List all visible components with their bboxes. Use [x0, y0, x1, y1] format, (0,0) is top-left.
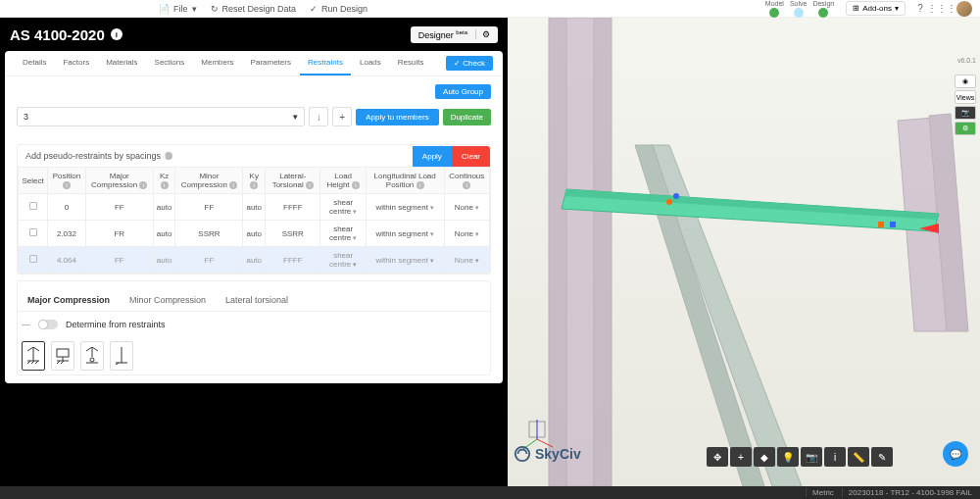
restraints-table: Select Position i Major Compression i Kz… [18, 167, 490, 274]
restraint-type-3[interactable] [80, 341, 104, 371]
table-row[interactable]: 0FFautoFFautoFFFF shear centre▾within se… [19, 194, 490, 221]
tool-add[interactable]: + [730, 447, 752, 467]
tab-details[interactable]: Details [15, 51, 54, 75]
status-metric[interactable]: Metric [806, 488, 834, 497]
version-label: v6.0.1 [957, 57, 976, 64]
skyciv-icon [514, 445, 531, 463]
col-cont: Continous i [444, 168, 489, 194]
design-status[interactable]: Design [812, 0, 834, 18]
info-icon[interactable]: i [165, 152, 172, 160]
tool-measure[interactable]: 📏 [848, 447, 869, 467]
restraint-type-1[interactable] [22, 341, 45, 371]
chevron-down-icon: ▾ [293, 112, 298, 122]
download-icon[interactable]: ↓ [309, 107, 328, 126]
svg-point-12 [673, 193, 679, 199]
col-kz: Kz i [153, 168, 175, 194]
svg-marker-2 [562, 18, 598, 486]
tab-parameters[interactable]: Parameters [243, 51, 299, 75]
apps-icon[interactable]: ⋮⋮⋮ [935, 2, 949, 16]
camera-toggle[interactable]: ◉ [955, 75, 976, 88]
table-row[interactable]: 2.032FRautoSSRRautoSSRR shear centre▾wit… [19, 221, 490, 247]
col-ky: Ky i [243, 168, 266, 194]
tool-info[interactable]: i [824, 447, 846, 467]
tab-materials[interactable]: Materials [98, 51, 145, 75]
screenshot-button[interactable]: 📷 [955, 106, 976, 120]
row-checkbox[interactable] [29, 228, 37, 236]
tabs-row: Details Factors Materials Sections Membe… [5, 51, 503, 76]
tab-loads[interactable]: Loads [352, 51, 389, 75]
status-build: 20230118 - TR12 - 4100-1998 FAIL [842, 488, 972, 497]
tool-snap[interactable]: 📷 [801, 447, 822, 467]
col-minor: Minor Compression i [175, 168, 243, 194]
col-llp: Longitudinal Load Position i [366, 168, 444, 194]
subtab-minor[interactable]: Minor Compression [120, 289, 216, 311]
help-icon[interactable]: ? [913, 2, 927, 16]
statusbar: Metric 20230118 - TR12 - 4100-1998 FAIL [0, 486, 980, 499]
apply-members-button[interactable]: Apply to members [356, 109, 438, 125]
subtab-lateral[interactable]: Lateral torsional [216, 289, 298, 311]
run-label: Run Design [321, 4, 368, 14]
tab-restraints[interactable]: Restraints [300, 51, 351, 75]
reset-label: Reset Design Data [222, 4, 297, 14]
tab-list: Details Factors Materials Sections Membe… [15, 51, 431, 75]
restraint-type-2[interactable] [51, 341, 74, 371]
svg-point-1 [90, 358, 94, 362]
views-button[interactable]: Views [955, 90, 976, 104]
tab-members[interactable]: Members [193, 51, 241, 75]
svg-marker-4 [594, 18, 612, 486]
tab-sections[interactable]: Sections [147, 51, 193, 75]
tool-view[interactable]: ◆ [754, 447, 775, 467]
topbar: 📄 File ▾ ↻ Reset Design Data ✓ Run Desig… [0, 0, 980, 18]
tool-light[interactable]: 💡 [777, 447, 799, 467]
design-card: Details Factors Materials Sections Membe… [5, 51, 503, 383]
solve-status[interactable]: Solve [790, 0, 808, 18]
table-row[interactable]: 4.064FFautoFFautoFFFF shear centre▾withi… [19, 247, 490, 274]
model-status[interactable]: Model [765, 0, 784, 18]
viewport-scene [508, 18, 980, 486]
chevron-down-icon: ▾ [895, 4, 899, 13]
gear-icon[interactable]: ⚙ [475, 29, 490, 39]
svg-rect-13 [878, 222, 884, 227]
tool-move[interactable]: ✥ [707, 447, 728, 467]
info-icon[interactable]: i [111, 28, 122, 40]
tool-edit[interactable]: ✎ [871, 447, 893, 467]
avatar[interactable] [956, 1, 972, 17]
pseudo-clear-button[interactable]: Clear [452, 146, 490, 167]
row-checkbox[interactable] [29, 202, 37, 210]
compression-card: Major Compression Minor Compression Late… [17, 280, 491, 375]
topbar-left: 📄 File ▾ ↻ Reset Design Data ✓ Run Desig… [159, 4, 368, 14]
determine-row: — Determine from restraints [18, 312, 490, 337]
restraint-type-4[interactable] [110, 341, 133, 371]
left-panel: AS 4100-2020 i Designer beta ⚙ Details F… [0, 18, 508, 486]
reset-icon: ↻ [211, 4, 219, 14]
add-icon[interactable]: + [332, 107, 352, 126]
chevron-icon[interactable]: — [22, 320, 30, 329]
reset-button[interactable]: ↻ Reset Design Data [211, 4, 297, 14]
autogroup-button[interactable]: Auto Group [435, 84, 491, 99]
viewport[interactable]: ◉ Views 📷 ⚙ ✥ + ◆ 💡 📷 i 📏 ✎ SkyCiv 💬 v6.… [508, 18, 980, 486]
settings-button[interactable]: ⚙ [955, 122, 976, 135]
puzzle-icon: ⊞ [853, 4, 859, 13]
designer-button[interactable]: Designer beta ⚙ [411, 26, 498, 43]
check-button[interactable]: ✓ Check [446, 56, 493, 71]
svg-point-11 [666, 199, 672, 205]
pseudo-apply-button[interactable]: Apply [413, 146, 452, 167]
determine-toggle[interactable] [38, 320, 58, 329]
tab-results[interactable]: Results [390, 51, 432, 75]
row-checkbox[interactable] [29, 255, 37, 263]
duplicate-button[interactable]: Duplicate [443, 109, 491, 125]
pseudo-restraint-card: Add pseudo-restraints by spacingsi Apply… [17, 144, 491, 274]
restraint-icon-row [18, 337, 490, 374]
subtab-major[interactable]: Major Compression [18, 289, 120, 311]
file-menu[interactable]: 📄 File ▾ [159, 4, 197, 14]
card-body: Auto Group 3▾ ↓ + Apply to members Dupli… [5, 76, 503, 383]
determine-label: Determine from restraints [66, 320, 166, 329]
chevron-down-icon: ▾ [192, 4, 197, 14]
tab-factors[interactable]: Factors [55, 51, 97, 75]
chat-button[interactable]: 💬 [943, 441, 968, 467]
col-select: Select [19, 168, 48, 194]
addons-button[interactable]: ⊞ Add-ons ▾ [846, 1, 906, 16]
run-button[interactable]: ✓ Run Design [310, 4, 368, 14]
col-position: Position i [48, 168, 86, 194]
member-selector[interactable]: 3▾ [17, 107, 305, 126]
